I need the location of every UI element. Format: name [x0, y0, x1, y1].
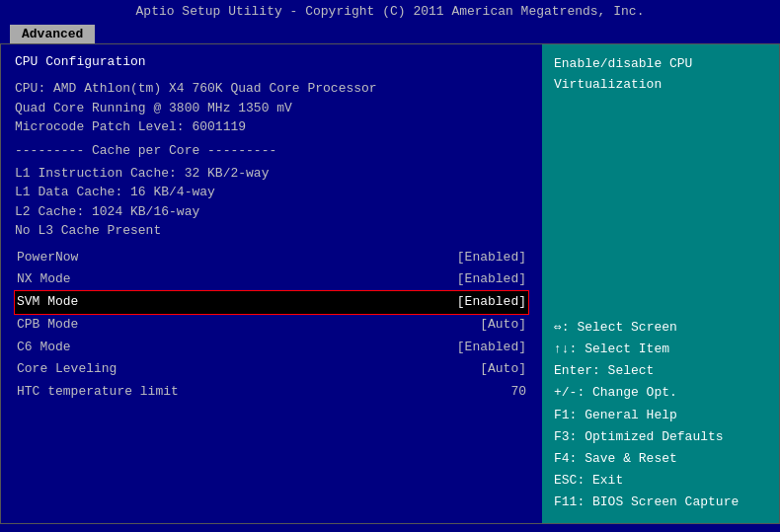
shortcut-item: ⇔: Select Screen — [554, 317, 767, 339]
row-value: [Enabled] — [457, 292, 526, 313]
cache-info-line: L2 Cache: 1024 KB/16-way — [15, 202, 528, 222]
row-label: Core Leveling — [17, 359, 117, 380]
cpu-info-line: Microcode Patch Level: 6001119 — [15, 117, 528, 137]
cache-info-line: L1 Instruction Cache: 32 KB/2-way — [15, 164, 528, 184]
row-value: [Auto] — [480, 315, 526, 336]
table-row[interactable]: SVM Mode[Enabled] — [15, 291, 528, 314]
table-row[interactable]: CPB Mode[Auto] — [15, 314, 528, 337]
row-label: CPB Mode — [17, 315, 78, 336]
shortcut-item: ESC: Exit — [554, 470, 767, 492]
config-table: PowerNow[Enabled]NX Mode[Enabled]SVM Mod… — [15, 247, 528, 405]
row-value: [Enabled] — [457, 248, 526, 268]
shortcut-item: Enter: Select — [554, 360, 767, 382]
section-title: CPU Configuration — [15, 54, 528, 69]
shortcut-item: ↑↓: Select Item — [554, 339, 767, 360]
cache-separator: --------- Cache per Core --------- — [15, 143, 528, 158]
main-area: CPU Configuration CPU: AMD Athlon(tm) X4… — [0, 43, 780, 524]
table-row[interactable]: NX Mode[Enabled] — [15, 268, 528, 291]
cpu-info-line: CPU: AMD Athlon(tm) X4 760K Quad Core Pr… — [15, 79, 528, 99]
tab-advanced[interactable]: Advanced — [10, 25, 95, 43]
row-value: 70 — [510, 382, 526, 403]
row-label: SVM Mode — [17, 292, 78, 313]
shortcut-item: F4: Save & Reset — [554, 448, 767, 470]
shortcut-item: F11: BIOS Screen Capture — [554, 492, 767, 513]
tab-bar: Advanced — [0, 23, 780, 43]
row-label: NX Mode — [17, 269, 71, 290]
row-label: C6 Mode — [17, 338, 71, 358]
cache-info-line: L1 Data Cache: 16 KB/4-way — [15, 183, 528, 202]
shortcut-item: F3: Optimized Defaults — [554, 426, 767, 448]
shortcut-list: ⇔: Select Screen↑↓: Select ItemEnter: Se… — [554, 317, 767, 513]
title-bar: Aptio Setup Utility - Copyright (C) 2011… — [0, 0, 780, 23]
shortcut-item: +/-: Change Opt. — [554, 382, 767, 404]
title-text: Aptio Setup Utility - Copyright (C) 2011… — [136, 4, 645, 19]
table-row[interactable]: C6 Mode[Enabled] — [15, 337, 528, 359]
cpu-info-line: Quad Core Running @ 3800 MHz 1350 mV — [15, 99, 528, 118]
help-text: Enable/disable CPU Virtualization — [554, 54, 767, 96]
table-row[interactable]: PowerNow[Enabled] — [15, 247, 528, 269]
row-value: [Enabled] — [457, 338, 526, 358]
cache-info: L1 Instruction Cache: 32 KB/2-way L1 Dat… — [15, 164, 528, 222]
cpu-info: CPU: AMD Athlon(tm) X4 760K Quad Core Pr… — [15, 79, 528, 137]
no-l3-text: No L3 Cache Present — [15, 221, 528, 241]
left-panel: CPU Configuration CPU: AMD Athlon(tm) X4… — [1, 44, 542, 523]
row-value: [Auto] — [480, 359, 526, 380]
right-panel: Enable/disable CPU Virtualization ⇔: Sel… — [542, 44, 779, 523]
table-row[interactable]: Core Leveling[Auto] — [15, 358, 528, 381]
table-row[interactable]: HTC temperature limit70 — [15, 381, 528, 404]
shortcut-item: F1: General Help — [554, 405, 767, 426]
row-value: [Enabled] — [457, 269, 526, 290]
row-label: PowerNow — [17, 248, 78, 268]
row-label: HTC temperature limit — [17, 382, 179, 403]
